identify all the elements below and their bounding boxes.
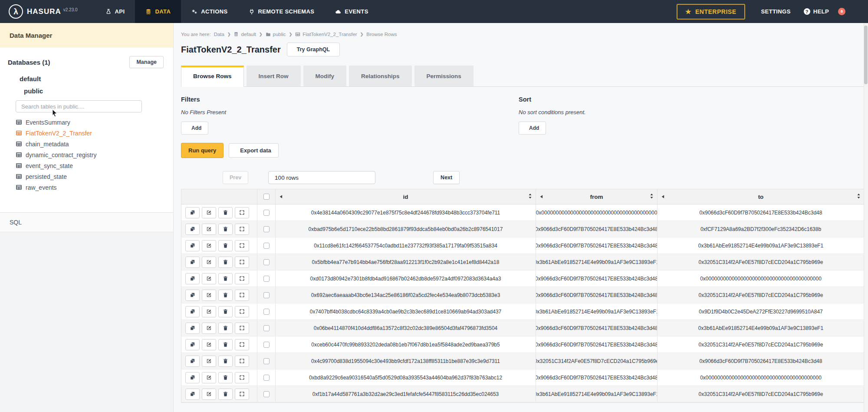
copy-row-button[interactable] — [185, 290, 200, 301]
delete-row-button[interactable] — [218, 306, 233, 317]
row-checkbox[interactable] — [263, 375, 270, 381]
tab-insert-row[interactable]: Insert Row — [247, 66, 301, 86]
page-scrollbar[interactable] — [864, 23, 868, 412]
sidebar-item-sql[interactable]: SQL — [0, 213, 173, 232]
expand-row-button[interactable] — [235, 240, 249, 251]
nav-item-events[interactable]: EVENTS — [325, 0, 378, 23]
row-checkbox[interactable] — [263, 226, 270, 232]
copy-row-button[interactable] — [185, 372, 200, 383]
next-page-button[interactable]: Next — [433, 171, 460, 184]
delete-row-button[interactable] — [218, 290, 233, 301]
delete-row-button[interactable] — [218, 356, 233, 367]
edit-row-button[interactable] — [202, 372, 216, 383]
scrollbar-thumb[interactable] — [864, 26, 868, 84]
nav-item-api[interactable]: API — [95, 0, 135, 23]
delete-row-button[interactable] — [218, 207, 233, 218]
edit-row-button[interactable] — [202, 290, 216, 301]
column-header-from[interactable]: from — [536, 189, 658, 204]
copy-row-button[interactable] — [185, 356, 200, 367]
edit-row-button[interactable] — [202, 207, 216, 218]
edit-row-button[interactable] — [202, 389, 216, 400]
sidebar-table-event-sync-state[interactable]: event_sync_state — [16, 160, 173, 171]
edit-row-button[interactable] — [202, 257, 216, 268]
delete-row-button[interactable] — [218, 389, 233, 400]
copy-row-button[interactable] — [185, 224, 200, 235]
sort-column-icon[interactable] — [857, 193, 861, 201]
row-checkbox[interactable] — [263, 210, 270, 216]
copy-row-button[interactable] — [185, 257, 200, 268]
expand-row-button[interactable] — [235, 356, 249, 367]
row-checkbox[interactable] — [263, 276, 270, 282]
select-all-checkbox[interactable] — [263, 194, 270, 200]
column-header-id[interactable]: id — [276, 189, 536, 204]
manage-button[interactable]: Manage — [129, 56, 164, 68]
tab-permissions[interactable]: Permissions — [414, 66, 473, 86]
edit-row-button[interactable] — [202, 224, 216, 235]
sidebar-table-fiattokenv2-2-transfer[interactable]: FiatTokenV2_2_Transfer — [16, 128, 173, 138]
copy-row-button[interactable] — [185, 339, 200, 350]
export-data-button[interactable]: Export data — [229, 143, 279, 158]
page-size-select[interactable]: 100 rows — [268, 171, 375, 184]
edit-row-button[interactable] — [202, 273, 216, 284]
prev-page-button[interactable]: Prev — [223, 171, 248, 184]
row-checkbox[interactable] — [263, 309, 270, 315]
nav-item-actions[interactable]: ACTIONS — [181, 0, 238, 23]
row-checkbox[interactable] — [263, 325, 270, 331]
copy-row-button[interactable] — [185, 323, 200, 334]
copy-row-button[interactable] — [185, 273, 200, 284]
row-checkbox[interactable] — [263, 342, 270, 348]
tab-relationships[interactable]: Relationships — [349, 66, 412, 86]
sidebar-item-database-default[interactable]: default — [0, 71, 173, 82]
nav-item-data[interactable]: DATA — [135, 0, 181, 23]
delete-row-button[interactable] — [218, 372, 233, 383]
sort-column-icon[interactable] — [528, 193, 532, 201]
sidebar-table-eventssummary[interactable]: EventsSummary — [16, 117, 173, 128]
expand-row-button[interactable] — [235, 273, 249, 284]
add-filter-button[interactable]: Add — [181, 122, 208, 135]
expand-row-button[interactable] — [235, 224, 249, 235]
delete-row-button[interactable] — [218, 257, 233, 268]
delete-row-button[interactable] — [218, 240, 233, 251]
delete-row-button[interactable] — [218, 224, 233, 235]
sidebar-table-raw-events[interactable]: raw_events — [16, 182, 173, 193]
tab-browse-rows[interactable]: Browse Rows — [181, 66, 244, 87]
column-header-to[interactable]: to — [658, 189, 864, 204]
breadcrumb-item-default[interactable]: default — [233, 32, 256, 37]
collapse-column-icon[interactable] — [279, 194, 283, 200]
edit-row-button[interactable] — [202, 339, 216, 350]
expand-row-button[interactable] — [235, 257, 249, 268]
expand-row-button[interactable] — [235, 207, 249, 218]
enterprise-button[interactable]: ★ ENTERPRISE — [677, 4, 745, 20]
breadcrumb-item-data[interactable]: Data — [214, 32, 224, 37]
edit-row-button[interactable] — [202, 240, 216, 251]
sidebar-table-chain-metadata[interactable]: chain_metadata — [16, 138, 173, 149]
run-query-button[interactable]: Run query — [181, 143, 224, 158]
delete-row-button[interactable] — [218, 339, 233, 350]
copy-row-button[interactable] — [185, 389, 200, 400]
edit-row-button[interactable] — [202, 323, 216, 334]
copy-row-button[interactable] — [185, 240, 200, 251]
row-checkbox[interactable] — [263, 391, 270, 397]
table-search-input[interactable] — [16, 100, 142, 112]
try-graphql-button[interactable]: Try GraphQL — [287, 43, 340, 56]
breadcrumb-item-public[interactable]: public — [266, 32, 286, 37]
delete-row-button[interactable] — [218, 273, 233, 284]
collapse-column-icon[interactable] — [540, 194, 543, 200]
row-checkbox[interactable] — [263, 243, 270, 249]
collapse-column-icon[interactable] — [661, 194, 664, 200]
help-button[interactable]: ? HELP — [804, 8, 829, 15]
settings-button[interactable]: SETTINGS — [758, 8, 791, 15]
sidebar-item-schema-public[interactable]: public — [0, 82, 173, 95]
row-checkbox[interactable] — [263, 358, 270, 364]
sort-column-icon[interactable] — [650, 193, 654, 201]
row-checkbox[interactable] — [263, 259, 270, 265]
delete-row-button[interactable] — [218, 323, 233, 334]
copy-row-button[interactable] — [185, 306, 200, 317]
edit-row-button[interactable] — [202, 356, 216, 367]
expand-row-button[interactable] — [235, 306, 249, 317]
expand-row-button[interactable] — [235, 290, 249, 301]
breadcrumb-item-fiattokenv2-2-transfer[interactable]: FiatTokenV2_2_Transfer — [295, 32, 357, 37]
sidebar-table-persisted-state[interactable]: persisted_state — [16, 171, 173, 182]
row-checkbox[interactable] — [263, 292, 270, 298]
edit-row-button[interactable] — [202, 306, 216, 317]
